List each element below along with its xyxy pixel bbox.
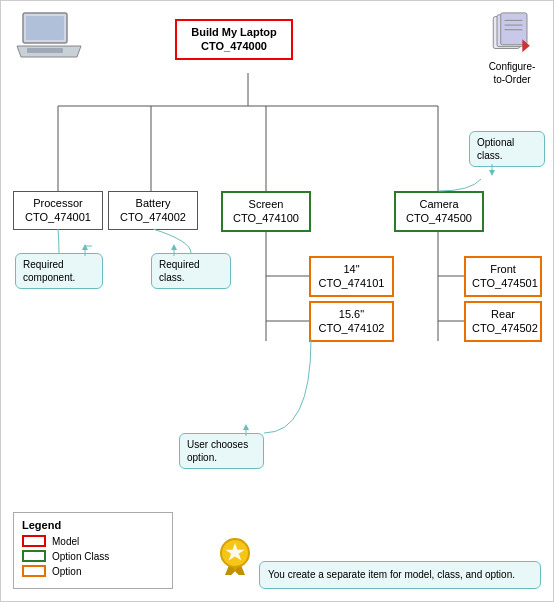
award-icon (211, 531, 259, 579)
legend-swatch-option-class (22, 550, 46, 562)
legend-item-option: Option (22, 565, 162, 577)
main-container: Configure- to-Order Build My LaptopCTO_4… (0, 0, 554, 602)
legend-item-option-class: Option Class (22, 550, 162, 562)
node-root: Build My LaptopCTO_474000 (175, 19, 293, 60)
legend-swatch-model (22, 535, 46, 547)
node-processor: ProcessorCTO_474001 (13, 191, 103, 230)
callout-required-component: Required component. (15, 253, 103, 289)
legend-label-option-class: Option Class (52, 551, 109, 562)
node-screen14-label: 14"CTO_474101 (319, 263, 385, 289)
svg-marker-27 (243, 424, 249, 430)
legend-title: Legend (22, 519, 162, 531)
callout-required-component-text: Required component. (23, 259, 75, 283)
node-screen156-label: 15.6"CTO_474102 (319, 308, 385, 334)
cto-icon: Configure- to-Order (481, 11, 543, 86)
svg-marker-25 (171, 244, 177, 250)
node-battery-label: BatteryCTO_474002 (120, 197, 186, 223)
node-camera: CameraCTO_474500 (394, 191, 484, 232)
node-screen-label: ScreenCTO_474100 (233, 198, 299, 224)
node-rear-label: RearCTO_474502 (472, 308, 538, 334)
callout-required-class-text: Required class. (159, 259, 200, 283)
node-processor-label: ProcessorCTO_474001 (25, 197, 91, 223)
node-screen14: 14"CTO_474101 (309, 256, 394, 297)
legend-swatch-option (22, 565, 46, 577)
laptop-icon (13, 9, 83, 64)
legend-label-model: Model (52, 536, 79, 547)
bottom-right-callout: You create a separate item for model, cl… (259, 561, 541, 589)
books-icon (487, 11, 537, 56)
node-battery: BatteryCTO_474002 (108, 191, 198, 230)
award-badge (211, 531, 259, 579)
legend: Legend Model Option Class Option (13, 512, 173, 589)
node-rear: RearCTO_474502 (464, 301, 542, 342)
bottom-message: You create a separate item for model, cl… (268, 569, 515, 580)
node-root-label: Build My LaptopCTO_474000 (191, 26, 277, 52)
cto-label: Configure- to-Order (481, 60, 543, 86)
callout-user-chooses-text: User chooses option. (187, 439, 248, 463)
node-screen: ScreenCTO_474100 (221, 191, 311, 232)
legend-item-model: Model (22, 535, 162, 547)
svg-rect-16 (27, 48, 63, 53)
svg-rect-15 (26, 16, 64, 40)
legend-label-option: Option (52, 566, 81, 577)
callout-optional-class-text: Optional class. (477, 137, 514, 161)
callout-required-class: Required class. (151, 253, 231, 289)
node-front: FrontCTO_474501 (464, 256, 542, 297)
callout-user-chooses: User chooses option. (179, 433, 264, 469)
node-camera-label: CameraCTO_474500 (406, 198, 472, 224)
svg-marker-26 (489, 170, 495, 176)
callout-optional-class: Optional class. (469, 131, 545, 167)
svg-marker-24 (82, 244, 88, 250)
node-screen156: 15.6"CTO_474102 (309, 301, 394, 342)
node-front-label: FrontCTO_474501 (472, 263, 538, 289)
